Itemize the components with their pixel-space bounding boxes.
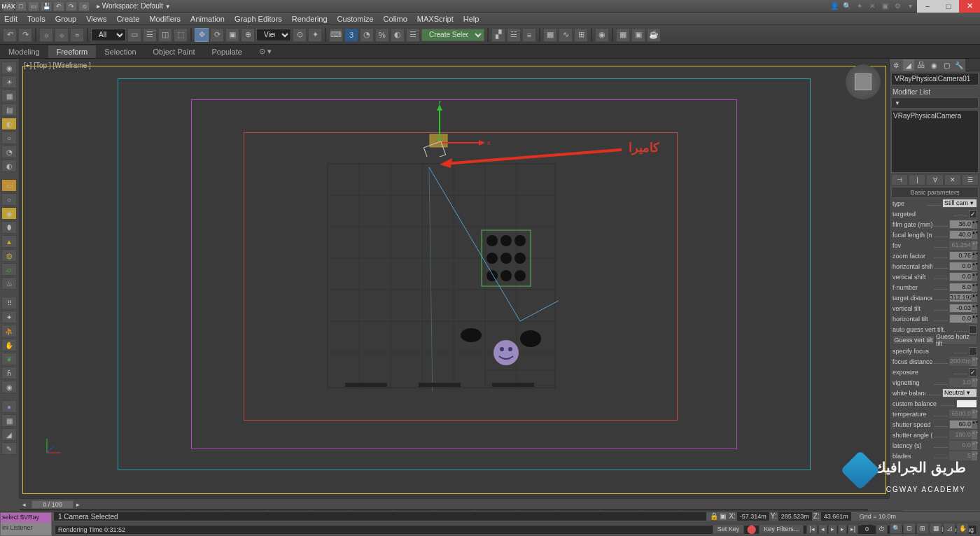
box-icon[interactable]: ▭ [1, 179, 17, 192]
render-setup-button[interactable]: ▦ [616, 28, 630, 42]
dropdown[interactable]: Neutral ▾ [942, 388, 977, 397]
time-slider-handle[interactable]: 0 / 100 [31, 500, 74, 509]
dropdown[interactable]: Still cam ▾ [942, 199, 977, 208]
coord-z-field[interactable]: 43.661m [821, 512, 851, 521]
guess-horiz-tilt-button[interactable]: Guess horiz tilt [935, 335, 977, 345]
rotate-button[interactable]: ⟳ [210, 28, 224, 42]
motion-tab-icon[interactable]: ◉ [927, 59, 940, 71]
bind-button[interactable]: ≈ [70, 28, 84, 42]
show-end-icon[interactable]: | [909, 174, 925, 185]
menu-grapheditors[interactable]: Graph Editors [234, 15, 282, 23]
viewport[interactable]: [+] [Top ] [Wireframe ] [20, 59, 889, 498]
spinner[interactable]: 0.0 [949, 314, 977, 323]
material-editor-button[interactable]: ◉ [595, 28, 609, 42]
fov-icon[interactable]: ◿ [943, 523, 955, 534]
spinner[interactable]: 8.0 [949, 283, 977, 292]
snaps-toggle-button[interactable]: 3 [344, 28, 358, 42]
percent-snap-button[interactable]: % [375, 28, 389, 42]
exchange-icon[interactable]: ✕ [867, 1, 878, 11]
proxy-icon[interactable]: ✦ [1, 311, 17, 323]
checkbox[interactable] [969, 325, 977, 334]
modify-tab-icon[interactable]: ◢ [902, 59, 915, 71]
save-icon[interactable]: 💾 [41, 1, 52, 11]
remove-mod-icon[interactable]: ✕ [944, 174, 961, 185]
hierarchy-tab-icon[interactable]: 品 [915, 59, 927, 71]
key-icon[interactable]: ⬤ [747, 524, 756, 534]
undo-icon[interactable]: ↶ [53, 1, 64, 11]
geosphere-icon[interactable]: ◉ [1, 207, 17, 220]
keyboard-shortcut-button[interactable]: ⌨ [329, 28, 343, 42]
color-swatch[interactable] [956, 400, 977, 408]
object-name-field[interactable]: VRayPhysicalCamera01 [891, 73, 979, 85]
modifier-stack[interactable]: VRayPhysicalCamera [891, 110, 979, 173]
help-drop-icon[interactable]: ▾ [904, 1, 916, 11]
ref-coord-system[interactable]: View [256, 29, 291, 41]
window-crossing-button[interactable]: ⬚ [174, 28, 188, 42]
open-icon[interactable]: ▭ [28, 1, 39, 11]
cv-surf-icon[interactable]: ● [1, 400, 17, 413]
unique-icon[interactable]: ∀ [926, 174, 943, 185]
torus-icon[interactable]: ◎ [1, 249, 17, 262]
edit-named-sel-button[interactable]: ☰ [406, 28, 420, 42]
link-button[interactable]: ⟐ [39, 28, 53, 42]
play-icon[interactable]: ▸ [828, 524, 837, 534]
timeline-end-icon[interactable]: ▸ [74, 501, 83, 508]
zoom-extents-all-icon[interactable]: ▦ [930, 523, 942, 534]
cone-icon[interactable]: ▲ [1, 235, 17, 248]
goto-start-icon[interactable]: |◂ [806, 524, 817, 534]
menu-maxscript[interactable]: MAXScript [417, 15, 454, 23]
favorites-icon[interactable]: ✦ [854, 1, 865, 11]
display-tab-icon[interactable]: ▢ [940, 59, 953, 71]
search-icon[interactable]: 🔍 [841, 1, 853, 11]
zoom-extents-icon[interactable]: ⊞ [916, 523, 929, 534]
move-button[interactable]: ✥ [195, 28, 209, 42]
pin-stack-icon[interactable]: ⊣ [891, 174, 908, 185]
maximize-button[interactable]: □ [938, 0, 959, 13]
checkbox[interactable] [969, 347, 977, 355]
create-tab-icon[interactable]: ✲ [890, 59, 902, 71]
curve-editor-button[interactable]: ∿ [559, 28, 573, 42]
spinner[interactable]: 0.0 [949, 262, 977, 271]
spinner[interactable]: 312.192 [949, 293, 977, 302]
menu-customize[interactable]: Customize [337, 15, 374, 23]
vray-sun-icon[interactable]: ☀ [1, 76, 17, 88]
prev-frame-icon[interactable]: ◂ [818, 524, 827, 534]
maxscript-listener[interactable]: select $VRay ini Listener [0, 512, 52, 536]
vray-sphere-icon[interactable]: ○ [1, 132, 17, 144]
key-filters-button[interactable]: Key Filters... [759, 524, 804, 534]
angle-snap-button[interactable]: ◔ [360, 28, 374, 42]
tab-selection[interactable]: Selection [96, 45, 144, 58]
rendered-frame-button[interactable]: ▣ [631, 28, 645, 42]
tab-freeform[interactable]: Freeform [48, 45, 97, 58]
cloth-icon[interactable]: ◉ [1, 381, 17, 393]
picker-icon[interactable]: ◢ [1, 428, 17, 441]
app-logo-icon[interactable]: MAX [3, 1, 14, 11]
manipulate-button[interactable]: ✦ [308, 28, 322, 42]
viewcube[interactable] [846, 64, 881, 99]
tab-populate[interactable]: Populate [203, 45, 250, 58]
menu-group[interactable]: Group [55, 15, 77, 23]
layers-button[interactable]: ≡ [522, 28, 536, 42]
select-name-button[interactable]: ☰ [143, 28, 157, 42]
zoom-all-icon[interactable]: ⊡ [903, 523, 916, 534]
spinner[interactable]: 0.76 [949, 251, 977, 260]
vray-light-icon[interactable]: ◉ [1, 62, 17, 74]
paint-icon[interactable]: ✎ [1, 442, 17, 455]
guess-vert-tilt-button[interactable]: Guess vert tilt [892, 335, 934, 345]
vray-mesh-icon[interactable]: ◔ [1, 146, 17, 158]
checkbox[interactable]: ✓ [969, 210, 977, 218]
zoom-icon[interactable]: 🔍 [890, 523, 902, 534]
unlink-button[interactable]: ⟐ [55, 28, 69, 42]
spinner-snap-button[interactable]: ◐ [391, 28, 405, 42]
select-region-button[interactable]: ◫ [158, 28, 172, 42]
select-object-button[interactable]: ▭ [127, 28, 141, 42]
scale-button[interactable]: ▣ [225, 28, 239, 42]
rollout-header[interactable]: Basic parameters [891, 187, 979, 198]
timeline-start-icon[interactable]: ◂ [20, 501, 29, 508]
tab-objectpaint[interactable]: Object Paint [145, 45, 204, 58]
spinner[interactable]: 40.0 [949, 230, 977, 239]
hair-icon[interactable]: ɦ [1, 367, 17, 379]
signin-icon[interactable]: 👤 [829, 1, 840, 11]
vray-plane-icon[interactable]: ◐ [1, 160, 17, 172]
render-button[interactable]: ☕ [647, 28, 661, 42]
